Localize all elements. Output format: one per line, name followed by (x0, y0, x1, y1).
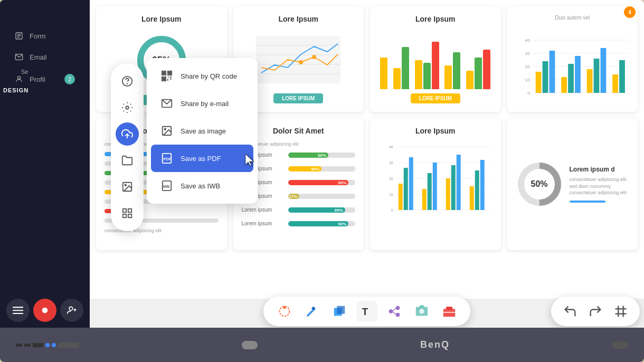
folder-button[interactable] (116, 149, 139, 172)
grid-button[interactable] (610, 301, 631, 322)
progress-row-5: Lorem ipsum 90% (242, 221, 356, 226)
svg-point-73 (389, 309, 393, 313)
svg-rect-62 (470, 186, 474, 210)
svg-rect-61 (457, 155, 461, 210)
joystick-button[interactable] (612, 341, 628, 349)
usb-a-port-2 (52, 343, 56, 347)
labeled-progress-rows: Lorem ipsum 60% Lorem ipsum 50% (242, 152, 356, 231)
menu-item-iwb[interactable]: IWB Save as IWB (151, 172, 253, 199)
svg-rect-57 (428, 173, 432, 210)
svg-rect-95 (123, 214, 126, 217)
menu-item-email[interactable]: Share by e-mail (151, 90, 253, 117)
photo-icon (414, 304, 429, 319)
pen-tool-button[interactable] (301, 301, 323, 322)
nodes-tool-button[interactable] (384, 301, 405, 322)
svg-rect-101 (169, 72, 171, 74)
card1-title: Lore Ipsum (105, 15, 219, 23)
sidebar-item-email[interactable]: Email (8, 47, 81, 66)
svg-rect-63 (475, 170, 479, 210)
bar-chart (378, 30, 493, 89)
svg-rect-34 (549, 51, 555, 93)
menu-item-pdf[interactable]: PDF Save as PDF (151, 145, 253, 172)
sidebar-form-label: Form (30, 32, 45, 40)
svg-text:0: 0 (527, 90, 530, 96)
svg-rect-102 (163, 78, 165, 80)
svg-rect-81 (446, 307, 452, 310)
row1-pct: 50% (311, 166, 319, 171)
monitor-bottom-bar: BenQ (0, 328, 644, 362)
notification-badge: 4 (624, 6, 636, 18)
record-icon (41, 306, 49, 315)
card-br-title: Lore Ipsum (378, 127, 493, 135)
add-user-button[interactable] (60, 299, 83, 322)
se-label: Se (21, 69, 28, 75)
settings-button[interactable] (116, 96, 139, 119)
svg-rect-6 (13, 307, 23, 308)
text-icon: T (359, 304, 374, 319)
svg-rect-55 (409, 157, 413, 210)
svg-rect-93 (123, 209, 126, 212)
menu-item-qr[interactable]: Share by QR code (151, 62, 253, 90)
donut-text: Lorem ipsum d consectetuer adipiscing el… (570, 166, 630, 203)
undo-icon (563, 304, 577, 319)
gallery-button[interactable] (116, 175, 139, 198)
photo-tool-button[interactable] (411, 301, 432, 322)
svg-rect-37 (575, 56, 581, 93)
dropdown-menu: Share by QR code Share by e-mail Save a (147, 58, 258, 204)
row4-fill: 85% (288, 207, 345, 213)
export-icon (121, 207, 133, 219)
svg-text:40: 40 (389, 145, 393, 149)
small-donut-value: 50% (531, 179, 547, 189)
usb-port-2 (24, 344, 31, 347)
svg-text:10: 10 (525, 77, 530, 82)
sidebar-item-profile[interactable]: Profil 2 (8, 69, 81, 90)
briefcase-tool-button[interactable] (439, 301, 460, 322)
upload-button[interactable] (116, 122, 139, 146)
svg-rect-8 (13, 313, 23, 314)
card3-title: Lore Ipsum (378, 15, 493, 23)
row2-fill: 90% (288, 180, 349, 185)
sidebar-nav: Form Email Profil 2 (0, 0, 90, 98)
row5-fill: 90% (288, 221, 349, 226)
record-button[interactable] (33, 299, 56, 322)
progress-row-2: Lorem ipsum 90% (242, 179, 356, 185)
svg-text:PDF: PDF (164, 157, 172, 161)
settings-icon (121, 102, 133, 113)
row3-bar: 17% (288, 194, 356, 199)
power-button[interactable] (242, 341, 258, 349)
row0-bar: 60% (288, 153, 356, 158)
menu-button[interactable] (6, 299, 30, 322)
progress-row-1: Lorem ipsum 50% (242, 166, 356, 172)
lasso-tool-button[interactable] (274, 301, 295, 322)
svg-rect-94 (128, 209, 131, 212)
row4-bar: 85% (288, 207, 356, 213)
briefcase-icon (442, 304, 457, 319)
card-bm-title: Dolor Sit Amet (242, 127, 356, 135)
sidebar-profile-label: Profil (30, 75, 45, 83)
sidebar-item-form[interactable]: Form (8, 26, 81, 45)
svg-point-79 (419, 309, 424, 313)
card2-title: Lore Ipsum (242, 15, 356, 23)
question-icon (121, 75, 133, 87)
row2-pct: 90% (338, 180, 346, 185)
svg-rect-100 (163, 72, 165, 74)
nodes-icon (387, 304, 402, 319)
grid-icon (613, 304, 628, 319)
menu-icon (13, 305, 23, 316)
sidebar-email-label: Email (30, 53, 47, 61)
box-tool-button[interactable] (329, 301, 350, 322)
menu-item-image[interactable]: Save as image (151, 117, 253, 145)
menu-item-qr-label: Share by QR code (181, 72, 237, 80)
line-chart (242, 30, 356, 89)
question-button[interactable] (116, 70, 139, 93)
undo-button[interactable] (560, 301, 581, 322)
upload-icon (121, 128, 133, 140)
text-tool-button[interactable]: T (356, 301, 377, 322)
menu-item-iwb-label: Save as IWB (181, 182, 220, 190)
redo-button[interactable] (585, 301, 606, 322)
export-button[interactable] (116, 202, 139, 225)
row5-bar: 90% (288, 221, 356, 226)
bottom-toolbar: T (263, 297, 470, 326)
folder-icon (121, 155, 133, 166)
hdmi-port (33, 343, 43, 347)
